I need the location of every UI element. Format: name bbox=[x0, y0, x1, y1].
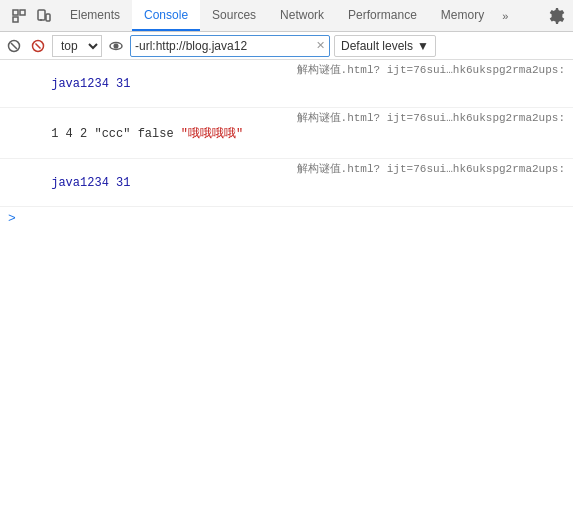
prompt-arrow-icon: > bbox=[8, 211, 16, 226]
source-link[interactable]: 解构谜值.html? ijt=76sui…hk6ukspg2rma2ups: bbox=[289, 110, 565, 125]
tab-icons bbox=[4, 0, 58, 31]
svg-rect-0 bbox=[13, 10, 18, 15]
settings-icon[interactable] bbox=[541, 0, 573, 31]
inspect-element-icon[interactable] bbox=[8, 5, 30, 27]
svg-line-7 bbox=[11, 43, 17, 49]
chevron-down-icon: ▼ bbox=[417, 39, 429, 53]
stop-icon[interactable] bbox=[28, 36, 48, 56]
console-row: 1 4 2 "ccc" false "哦哦哦哦" 解构谜值.html? ijt=… bbox=[0, 108, 573, 159]
eye-icon[interactable] bbox=[106, 36, 126, 56]
console-row: java1234 31 解构谜值.html? ijt=76sui…hk6uksp… bbox=[0, 60, 573, 108]
context-selector[interactable]: top bbox=[52, 35, 102, 57]
tab-elements[interactable]: Elements bbox=[58, 0, 132, 31]
tab-performance[interactable]: Performance bbox=[336, 0, 429, 31]
svg-rect-3 bbox=[38, 10, 45, 20]
source-link[interactable]: 解构谜值.html? ijt=76sui…hk6ukspg2rma2ups: bbox=[289, 161, 565, 176]
log-text: 1 4 2 "ccc" false "哦哦哦哦" bbox=[8, 111, 243, 156]
log-text: java1234 31 bbox=[8, 63, 130, 105]
tab-sources[interactable]: Sources bbox=[200, 0, 268, 31]
tab-network[interactable]: Network bbox=[268, 0, 336, 31]
console-row: java1234 31 解构谜值.html? ijt=76sui…hk6uksp… bbox=[0, 159, 573, 207]
device-toolbar-icon[interactable] bbox=[32, 5, 54, 27]
svg-rect-2 bbox=[13, 17, 18, 22]
svg-rect-1 bbox=[20, 10, 25, 15]
console-toolbar: top ✕ Default levels ▼ bbox=[0, 32, 573, 60]
filter-input-wrapper: ✕ bbox=[130, 35, 330, 57]
log-levels-dropdown[interactable]: Default levels ▼ bbox=[334, 35, 436, 57]
tab-console[interactable]: Console bbox=[132, 0, 200, 31]
log-text: java1234 31 bbox=[8, 162, 130, 204]
svg-line-9 bbox=[36, 43, 41, 48]
source-link[interactable]: 解构谜值.html? ijt=76sui…hk6ukspg2rma2ups: bbox=[289, 62, 565, 77]
tab-bar: Elements Console Sources Network Perform… bbox=[0, 0, 573, 32]
filter-clear-icon[interactable]: ✕ bbox=[316, 40, 325, 51]
clear-console-icon[interactable] bbox=[4, 36, 24, 56]
console-content: java1234 31 解构谜值.html? ijt=76sui…hk6uksp… bbox=[0, 60, 573, 528]
more-tabs-button[interactable]: » bbox=[496, 0, 514, 31]
console-prompt[interactable]: > bbox=[0, 207, 573, 230]
svg-point-11 bbox=[114, 44, 118, 48]
tab-memory[interactable]: Memory bbox=[429, 0, 496, 31]
svg-rect-5 bbox=[46, 14, 50, 21]
filter-input[interactable] bbox=[135, 39, 314, 53]
